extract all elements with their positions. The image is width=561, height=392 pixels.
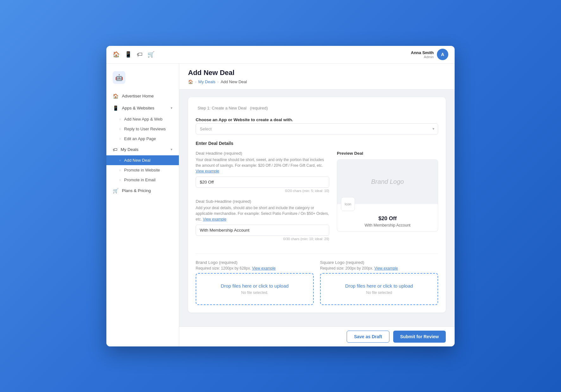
- app-select-wrapper: Select ▾: [196, 123, 438, 134]
- home-icon: 🏠: [113, 93, 119, 99]
- content-body: Step 1: Create a New Deal (required) Cho…: [179, 90, 455, 327]
- home-nav-icon[interactable]: 🏠: [113, 51, 120, 58]
- sidebar-item-label: Apps & Websites: [122, 106, 167, 110]
- sidebar-item-label: My Deals: [121, 147, 167, 152]
- content-footer: Save as Draft Submit for Review: [179, 327, 455, 346]
- sidebar-item-label: Plans & Pricing: [122, 188, 173, 193]
- avatar[interactable]: A: [437, 49, 448, 60]
- user-role: Admin: [411, 55, 434, 59]
- dot-icon: ○: [119, 178, 121, 182]
- sidebar-logo: 🤖: [106, 69, 179, 90]
- deal-headline-group: Deal Headline (required) Your deal headl…: [196, 151, 329, 193]
- sidebar-item-promote-email[interactable]: ○ Promote in Email: [106, 175, 179, 185]
- top-nav: 🏠 📱 🏷 🛒 Anna Smith Admin A: [106, 46, 455, 64]
- save-draft-button[interactable]: Save as Draft: [347, 331, 389, 343]
- sidebar-item-promote-website[interactable]: ○ Promote in Website: [106, 165, 179, 175]
- user-info: Anna Smith Admin: [411, 50, 434, 59]
- brand-logo-label: Brand Logo (required): [196, 260, 314, 265]
- dot-icon: ○: [119, 137, 121, 140]
- deal-headline-input[interactable]: [196, 177, 329, 188]
- main-content: Add New Deal 🏠 › My Deals › Add New Deal…: [179, 64, 455, 346]
- sidebar-item-my-deals[interactable]: 🏷 My Deals ▾: [106, 144, 179, 155]
- tag-nav-icon[interactable]: 🏷: [137, 51, 142, 58]
- dot-icon: ○: [119, 117, 121, 121]
- app-select-label: Choose an App or Website to create a dea…: [196, 117, 438, 122]
- headline-char-count: 0/20 chars (min: 5; ideal: 10): [196, 189, 329, 193]
- logo-upload-row: Brand Logo (required) Required size: 120…: [196, 260, 438, 305]
- brand-logo-drop-text: Drop files here or click to upload: [203, 283, 307, 289]
- app-select-group: Choose an App or Website to create a dea…: [196, 117, 438, 134]
- square-logo-required: (required): [346, 260, 364, 265]
- preview-icon-label: Icon: [345, 202, 351, 206]
- top-nav-icons: 🏠 📱 🏷 🛒: [113, 51, 411, 58]
- square-logo-no-file: No file selected: [327, 290, 431, 295]
- breadcrumb-my-deals[interactable]: My Deals: [198, 79, 215, 84]
- headline-view-example[interactable]: View example: [196, 169, 219, 173]
- subheadline-required: (required): [233, 199, 251, 204]
- square-logo-hint: Required size: 200px by 200px. View exam…: [320, 266, 438, 271]
- brand-logo-required: (required): [219, 260, 238, 265]
- cart-icon: 🛒: [113, 188, 119, 194]
- sidebar-item-apps-websites[interactable]: 📱 Apps & Websites ▾: [106, 102, 179, 114]
- preview-brand-logo-text: Brand Logo: [371, 178, 404, 185]
- headline-required: (required): [224, 151, 243, 156]
- sidebar-sub-label: Promote in Website: [124, 168, 160, 172]
- deal-subheadline-input[interactable]: [196, 225, 329, 236]
- step-required: (required): [250, 106, 268, 110]
- chevron-down-icon: ▾: [171, 147, 173, 152]
- sidebar-sub-label: Promote in Email: [124, 177, 155, 182]
- dot-icon: ○: [119, 127, 121, 131]
- breadcrumb-current: Add New Deal: [221, 79, 247, 84]
- user-section: Anna Smith Admin A: [411, 49, 448, 60]
- sidebar: 🤖 🏠 Advertiser Home 📱 Apps & Websites ▾ …: [106, 64, 179, 346]
- sidebar-item-plans-pricing[interactable]: 🛒 Plans & Pricing: [106, 185, 179, 197]
- breadcrumb: 🏠 › My Deals › Add New Deal: [188, 79, 446, 84]
- form-left: Deal Headline (required) Your deal headl…: [196, 151, 329, 247]
- mobile-icon: 📱: [113, 105, 119, 111]
- step-title: Step 1: Create a New Deal (required): [196, 105, 438, 111]
- logo-icon: 🤖: [113, 71, 125, 84]
- enter-deal-details-label: Enter Deal Details: [196, 141, 438, 146]
- square-logo-label: Square Logo (required): [320, 260, 438, 265]
- page-title: Add New Deal: [188, 69, 235, 77]
- square-logo-dropzone[interactable]: Drop files here or click to upload No fi…: [320, 273, 438, 305]
- sidebar-sub-label: Add New App & Web: [124, 117, 162, 121]
- tag-icon: 🏷: [113, 147, 117, 152]
- brand-logo-hint: Required size: 1200px by 628px. View exa…: [196, 266, 314, 271]
- sidebar-item-add-new-app[interactable]: ○ Add New App & Web: [106, 114, 179, 124]
- breadcrumb-home-icon[interactable]: 🏠: [188, 79, 193, 84]
- cart-nav-icon[interactable]: 🛒: [148, 51, 154, 58]
- square-logo-drop-text: Drop files here or click to upload: [327, 283, 431, 289]
- square-logo-view-example[interactable]: View example: [374, 266, 398, 271]
- subheadline-view-example[interactable]: View example: [203, 217, 226, 221]
- square-logo-col: Square Logo (required) Required size: 20…: [320, 260, 438, 305]
- form-card: Step 1: Create a New Deal (required) Cho…: [188, 97, 446, 313]
- brand-logo-dropzone[interactable]: Drop files here or click to upload No fi…: [196, 273, 314, 305]
- content-header: Add New Deal 🏠 › My Deals › Add New Deal: [179, 64, 455, 90]
- preview-section: Preview Deal Brand Logo Icon $20 Off: [337, 151, 438, 247]
- main-layout: 🤖 🏠 Advertiser Home 📱 Apps & Websites ▾ …: [106, 64, 455, 346]
- sidebar-item-add-new-deal[interactable]: ○ Add New Deal: [106, 155, 179, 165]
- preview-deal-sub: With Membership Account: [341, 223, 434, 227]
- breadcrumb-sep: ›: [195, 79, 196, 84]
- brand-logo-view-example[interactable]: View example: [252, 266, 275, 271]
- brand-logo-no-file: No file selected.: [203, 290, 307, 295]
- submit-review-button[interactable]: Submit for Review: [393, 331, 446, 343]
- user-name: Anna Smith: [411, 50, 434, 55]
- deal-headline-label: Deal Headline (required): [196, 151, 329, 156]
- sidebar-sub-label: Reply to User Reviews: [124, 127, 166, 131]
- sidebar-sub-label: Edit an App Page: [124, 136, 156, 141]
- sidebar-item-advertiser-home[interactable]: 🏠 Advertiser Home: [106, 90, 179, 102]
- chevron-down-icon: ▾: [171, 106, 173, 110]
- app-select[interactable]: Select: [196, 123, 438, 134]
- preview-card: Brand Logo Icon $20 Off With Membership …: [337, 159, 438, 232]
- subheadline-char-count: 0/30 chars (min: 10; ideal: 29): [196, 237, 329, 241]
- brand-logo-col: Brand Logo (required) Required size: 120…: [196, 260, 314, 305]
- deal-headline-hint: Your deal headline should be short, swee…: [196, 157, 329, 174]
- sidebar-item-reply-reviews[interactable]: ○ Reply to User Reviews: [106, 124, 179, 134]
- divider: [196, 253, 438, 254]
- mobile-nav-icon[interactable]: 📱: [125, 51, 132, 58]
- deal-subheadline-group: Deal Sub-Headline (required) Add your de…: [196, 199, 329, 241]
- sidebar-item-edit-app-page[interactable]: ○ Edit an App Page: [106, 134, 179, 144]
- dot-icon: ○: [119, 168, 121, 172]
